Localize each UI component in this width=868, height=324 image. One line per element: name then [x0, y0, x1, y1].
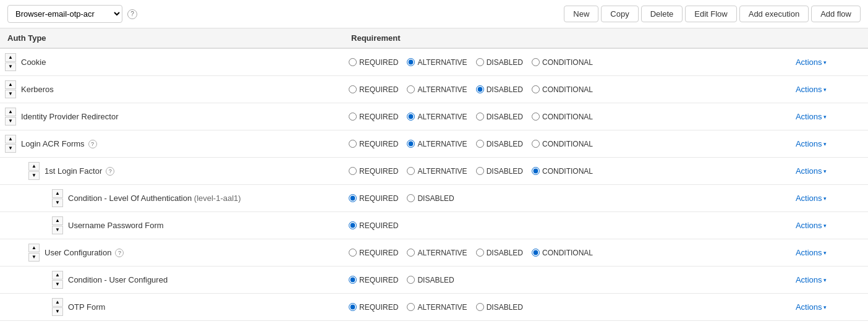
move-up-button[interactable]: ▲ [5, 53, 16, 62]
radio-label-alternative[interactable]: ALTERNATIVE [407, 85, 467, 94]
radio-disabled[interactable] [407, 276, 415, 284]
flow-help-icon[interactable]: ? [127, 9, 137, 19]
radio-label-required[interactable]: REQUIRED [349, 249, 398, 257]
move-down-button[interactable]: ▼ [28, 171, 40, 180]
move-up-button[interactable]: ▲ [28, 244, 40, 252]
move-down-button[interactable]: ▼ [52, 307, 63, 316]
radio-label-disabled[interactable]: DISABLED [476, 85, 523, 94]
radio-conditional[interactable] [532, 167, 540, 175]
radio-label-conditional[interactable]: CONDITIONAL [532, 140, 593, 148]
radio-label-alternative[interactable]: ALTERNATIVE [407, 303, 467, 312]
radio-required[interactable] [349, 58, 357, 66]
radio-conditional[interactable] [532, 85, 540, 93]
move-down-button[interactable]: ▼ [52, 226, 63, 234]
radio-required[interactable] [349, 221, 357, 229]
radio-label-disabled[interactable]: DISABLED [476, 303, 523, 312]
radio-alternative[interactable] [407, 249, 415, 257]
radio-label-required[interactable]: REQUIRED [349, 194, 398, 203]
move-up-button[interactable]: ▲ [52, 271, 63, 279]
radio-disabled[interactable] [476, 58, 484, 66]
radio-label-conditional[interactable]: CONDITIONAL [532, 113, 593, 121]
radio-disabled[interactable] [476, 85, 484, 93]
actions-button[interactable]: Actions ▾ [796, 194, 863, 203]
actions-button[interactable]: Actions ▾ [796, 85, 863, 94]
actions-button[interactable]: Actions ▾ [796, 248, 863, 257]
move-down-button[interactable]: ▼ [52, 198, 63, 207]
radio-required[interactable] [349, 167, 357, 175]
move-down-button[interactable]: ▼ [5, 90, 16, 98]
radio-required[interactable] [349, 113, 357, 121]
radio-label-disabled[interactable]: DISABLED [476, 58, 523, 67]
radio-alternative[interactable] [407, 85, 415, 93]
actions-button[interactable]: Actions ▾ [796, 139, 863, 148]
radio-label-conditional[interactable]: CONDITIONAL [532, 167, 593, 176]
edit-flow-button[interactable]: Edit Flow [685, 6, 736, 22]
move-down-button[interactable]: ▼ [28, 253, 40, 262]
radio-label-disabled[interactable]: DISABLED [476, 167, 523, 176]
move-up-button[interactable]: ▲ [5, 80, 16, 89]
radio-label-required[interactable]: REQUIRED [349, 113, 398, 121]
radio-label-conditional[interactable]: CONDITIONAL [532, 58, 593, 67]
actions-button[interactable]: Actions ▾ [796, 112, 863, 121]
radio-label-alternative[interactable]: ALTERNATIVE [407, 58, 467, 67]
actions-button[interactable]: Actions ▾ [796, 58, 863, 67]
radio-label-conditional[interactable]: CONDITIONAL [532, 85, 593, 94]
radio-label-alternative[interactable]: ALTERNATIVE [407, 140, 467, 148]
flow-select[interactable]: Browser-email-otp-acrBrowserDirect Grant… [7, 5, 122, 23]
radio-conditional[interactable] [532, 58, 540, 66]
radio-label-disabled[interactable]: DISABLED [476, 113, 523, 121]
radio-label-required[interactable]: REQUIRED [349, 221, 398, 230]
actions-button[interactable]: Actions ▾ [796, 302, 863, 312]
move-up-button[interactable]: ▲ [52, 189, 63, 198]
delete-button[interactable]: Delete [641, 6, 683, 22]
radio-label-required[interactable]: REQUIRED [349, 85, 398, 94]
radio-disabled[interactable] [476, 303, 484, 311]
radio-label-disabled[interactable]: DISABLED [407, 276, 454, 284]
move-up-button[interactable]: ▲ [52, 216, 63, 225]
radio-disabled[interactable] [476, 140, 484, 148]
radio-label-required[interactable]: REQUIRED [349, 140, 398, 148]
move-down-button[interactable]: ▼ [5, 117, 16, 126]
copy-button[interactable]: Copy [601, 6, 638, 22]
radio-label-conditional[interactable]: CONDITIONAL [532, 249, 593, 257]
row-help-icon[interactable]: ? [115, 249, 124, 257]
radio-disabled[interactable] [476, 167, 484, 175]
move-up-button[interactable]: ▲ [28, 162, 40, 171]
radio-alternative[interactable] [407, 167, 415, 175]
radio-label-required[interactable]: REQUIRED [349, 58, 398, 67]
actions-button[interactable]: Actions ▾ [796, 275, 863, 284]
radio-required[interactable] [349, 276, 357, 284]
radio-disabled[interactable] [407, 194, 415, 202]
radio-label-disabled[interactable]: DISABLED [476, 249, 523, 257]
add-flow-button[interactable]: Add flow [811, 6, 861, 22]
radio-label-required[interactable]: REQUIRED [349, 303, 398, 312]
move-down-button[interactable]: ▼ [5, 144, 16, 153]
radio-required[interactable] [349, 140, 357, 148]
radio-label-disabled[interactable]: DISABLED [476, 140, 523, 148]
move-down-button[interactable]: ▼ [52, 280, 63, 289]
radio-label-required[interactable]: REQUIRED [349, 276, 398, 284]
radio-alternative[interactable] [407, 140, 415, 148]
radio-label-alternative[interactable]: ALTERNATIVE [407, 167, 467, 176]
radio-conditional[interactable] [532, 140, 540, 148]
radio-required[interactable] [349, 85, 357, 93]
row-help-icon[interactable]: ? [106, 167, 114, 176]
radio-label-alternative[interactable]: ALTERNATIVE [407, 113, 467, 121]
move-up-button[interactable]: ▲ [5, 108, 16, 116]
radio-label-alternative[interactable]: ALTERNATIVE [407, 249, 467, 257]
radio-label-disabled[interactable]: DISABLED [407, 194, 454, 203]
radio-required[interactable] [349, 194, 357, 202]
radio-required[interactable] [349, 249, 357, 257]
radio-disabled[interactable] [476, 113, 484, 121]
move-down-button[interactable]: ▼ [5, 62, 16, 71]
row-help-icon[interactable]: ? [88, 140, 97, 148]
radio-conditional[interactable] [532, 249, 540, 257]
radio-disabled[interactable] [476, 249, 484, 257]
radio-conditional[interactable] [532, 113, 540, 121]
move-up-button[interactable]: ▲ [52, 298, 63, 307]
new-button[interactable]: New [564, 6, 598, 22]
move-up-button[interactable]: ▲ [5, 135, 16, 143]
radio-label-required[interactable]: REQUIRED [349, 167, 398, 176]
add-execution-button[interactable]: Add execution [739, 6, 809, 22]
actions-button[interactable]: Actions ▾ [796, 221, 863, 230]
